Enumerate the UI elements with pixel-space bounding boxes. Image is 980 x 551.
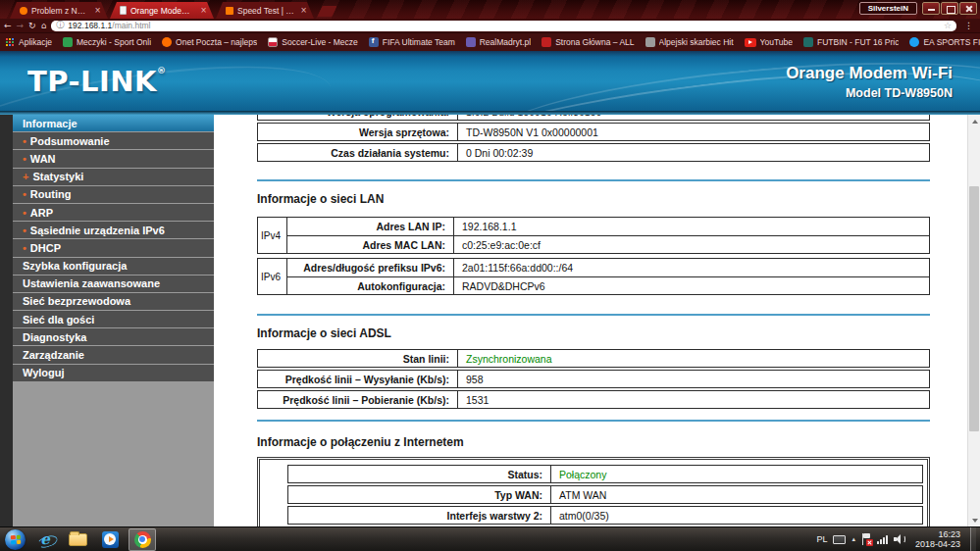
chrome-icon — [134, 531, 151, 548]
bookmark-item[interactable]: Strona Główna – ALL — [542, 37, 634, 47]
back-icon[interactable]: ← — [4, 20, 12, 31]
tab-title: Problem z Neostradą 10 — [31, 6, 89, 16]
close-icon[interactable]: × — [93, 6, 102, 15]
bookmark-item[interactable]: FUTBIN - FUT 16 Pric — [803, 37, 899, 47]
taskbar-chrome-button-active[interactable] — [129, 528, 156, 551]
info-icon[interactable]: ⓘ — [56, 21, 64, 30]
new-tab-button[interactable] — [317, 6, 336, 17]
screen: Problem z Neostradą 10 × Orange Modem Wi… — [0, 0, 980, 551]
bookmark-label: RealMadryt.pl — [480, 37, 531, 47]
row-label: Adres LAN IP: — [287, 218, 454, 235]
scroll-up-button[interactable] — [968, 115, 980, 127]
bookmark-item[interactable]: Soccer-Live - Mecze — [268, 37, 357, 47]
address-bar[interactable]: ⓘ 192.168.1.1/main.html ☆ — [51, 21, 956, 31]
sidebar-item-statystyki[interactable]: +Statystyki — [13, 169, 214, 186]
browser-profile-button[interactable]: SilversteiN — [859, 2, 917, 15]
sidebar-item-siec-dla-gosci[interactable]: Sieć dla gości — [13, 311, 214, 328]
sidebar-item-routing[interactable]: •Routing — [13, 186, 214, 204]
minimize-button[interactable] — [922, 2, 940, 15]
sidebar-item-wan[interactable]: •WAN — [13, 150, 214, 168]
apps-grid-icon — [6, 38, 15, 47]
meczyki-icon — [63, 37, 73, 47]
bookmark-item[interactable]: EA SPORTS FIFA (@E — [909, 37, 980, 47]
registered-mark: ® — [157, 66, 167, 75]
row-label: Interfejs warstwy 2: — [288, 507, 551, 524]
adsl-section-heading: Informacje o sieci ADSL — [257, 326, 391, 340]
sidebar-item-label: Statystyki — [32, 171, 83, 182]
taskbar-explorer-button[interactable] — [65, 529, 90, 550]
sidebar-item-label: Wyloguj — [23, 367, 65, 378]
photo-icon — [645, 37, 655, 47]
sidebar-item-label: Podsumowanie — [30, 135, 110, 147]
sound-wave — [902, 535, 905, 543]
scroll-down-button[interactable] — [968, 514, 980, 526]
sidebar-item-zarzadzanie[interactable]: Zarządzanie — [13, 346, 214, 364]
home-icon[interactable]: ⌂ — [41, 20, 47, 31]
bookmark-item[interactable]: Meczyki - Sport Onli — [63, 37, 151, 47]
alert-badge-icon — [866, 539, 873, 546]
internet-explorer-icon: e — [40, 532, 50, 547]
restore-button[interactable] — [941, 2, 958, 15]
bookmark-item[interactable]: RealMadryt.pl — [466, 37, 531, 47]
sidebar-item-diagnostyka[interactable]: Diagnostyka — [13, 328, 214, 346]
row-value: 192.168.1.1 — [454, 218, 929, 235]
action-center-flag-icon[interactable] — [861, 533, 871, 545]
row-value: atm0(0/35) — [551, 507, 922, 524]
taskbar-clock[interactable]: 16:23 2018-04-23 — [911, 529, 964, 549]
tab-speed-test[interactable]: Speed Test | Przetestuj p × — [216, 2, 314, 19]
volume-icon[interactable] — [894, 534, 905, 544]
table-row: Czas działania systemu: 0 Dni 00:02:39 — [257, 143, 930, 162]
bookmark-label: FUTBIN - FUT 16 Pric — [817, 37, 899, 47]
sidebar-item-podsumowanie[interactable]: •Podsumowanie — [13, 132, 214, 150]
sidebar-item-informacje[interactable]: Informacje — [13, 115, 214, 132]
onet-icon — [162, 37, 172, 47]
sidebar-item-siec-bezprzewodowa[interactable]: Sieć bezprzewodowa — [13, 293, 214, 311]
row-value: 1.0.2 Build 150916 Rel.36150 — [458, 115, 929, 120]
bookmark-item[interactable]: YouTube — [745, 37, 793, 47]
media-player-icon — [102, 531, 119, 548]
close-icon[interactable]: × — [299, 6, 308, 15]
bookmark-item[interactable]: FIFA Ultimate Team — [369, 37, 455, 47]
bar — [886, 535, 888, 544]
scrollbar-thumb[interactable] — [969, 186, 979, 431]
close-icon[interactable]: × — [199, 6, 208, 15]
tab-problem-z-neostrada[interactable]: Problem z Neostradą 10 × — [10, 2, 108, 19]
forward-icon[interactable]: → — [17, 20, 25, 31]
bookmark-label: YouTube — [760, 37, 793, 47]
bookmark-apps[interactable]: Aplikacje — [6, 37, 52, 47]
row-value: 0 Dni 00:02:39 — [458, 144, 929, 161]
taskbar-media-player-button[interactable] — [97, 529, 123, 550]
section-divider — [257, 179, 930, 181]
browser-menu-icon[interactable]: ⋮ — [961, 20, 976, 31]
taskbar-ie-button[interactable]: e — [32, 529, 58, 550]
sidebar-item-wyloguj[interactable]: Wyloguj — [13, 365, 214, 382]
show-desktop-button[interactable] — [970, 527, 976, 551]
row-label: Autokonfiguracja: — [287, 277, 454, 294]
sidebar-item-ustawienia-zaawansowane[interactable]: Ustawienia zaawansowane — [13, 276, 214, 293]
keyboard-icon[interactable] — [833, 535, 846, 544]
sidebar-item-dhcp[interactable]: •DHCP — [13, 239, 214, 257]
network-signal-icon[interactable] — [877, 534, 888, 544]
sidebar-item-sasiednie-ipv6[interactable]: •Sąsiednie urządzenia IPv6 — [13, 222, 214, 239]
window-close-button[interactable] — [959, 2, 977, 15]
tab-orange-modem-wifi[interactable]: Orange Modem Wi-Fi × — [110, 2, 214, 19]
bookmark-item[interactable]: Alpejski skarbiec Hit — [645, 37, 734, 47]
flag-pane — [16, 539, 21, 543]
sidebar-item-arp[interactable]: •ARP — [13, 204, 214, 222]
row-value: c0:25:e9:ac:0e:cf — [454, 236, 929, 253]
router-header: TP-LINK® Orange Modem Wi-Fi Model TD-W89… — [0, 51, 980, 111]
group-label: IPv6 — [258, 259, 287, 294]
group-rows: Adres LAN IP: 192.168.1.1 Adres MAC LAN:… — [287, 218, 929, 253]
bookmark-star-icon[interactable]: ☆ — [944, 21, 952, 30]
table-row: Adres LAN IP: 192.168.1.1 — [287, 218, 929, 235]
hidden-icons-chevron-icon[interactable]: ▴ — [851, 535, 855, 543]
bullet-icon: • — [23, 207, 26, 219]
content-scrollbar[interactable] — [967, 115, 980, 526]
start-button[interactable] — [5, 529, 26, 550]
row-value: ATM WAN — [551, 486, 922, 503]
row-value: TD-W8950N V1 0x00000001 — [458, 124, 929, 140]
bookmark-item[interactable]: Onet Poczta – najleps — [162, 37, 257, 47]
reload-icon[interactable]: ↻ — [28, 20, 36, 31]
language-indicator[interactable]: PL — [816, 534, 827, 544]
sidebar-item-szybka-konfiguracja[interactable]: Szybka konfiguracja — [13, 258, 214, 276]
